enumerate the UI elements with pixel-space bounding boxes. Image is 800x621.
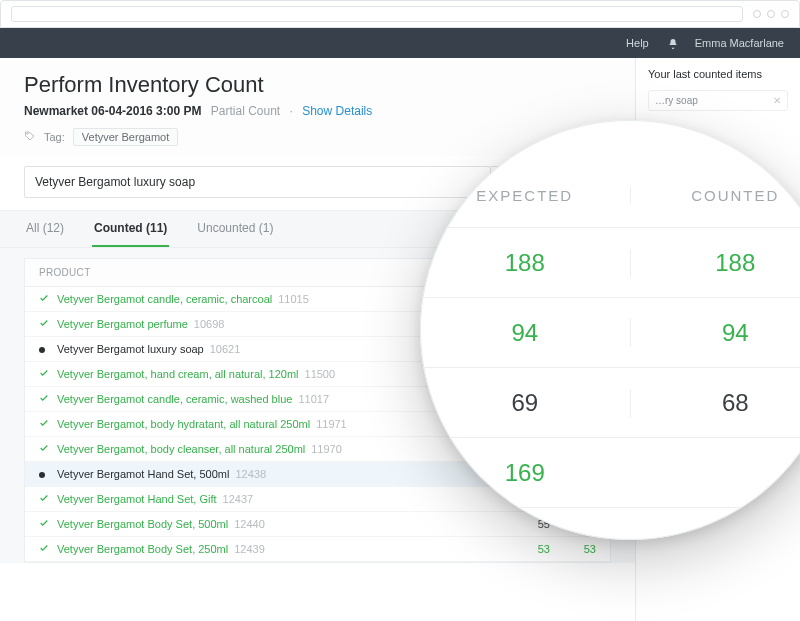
product-cell: Vetyver Bergamot Hand Set, Gift12437 <box>57 493 504 505</box>
recent-item[interactable]: …ry soap✕ <box>648 90 788 111</box>
mag-col-counted: COUNTED <box>630 187 801 204</box>
mag-row: 9494 <box>420 298 800 368</box>
check-icon <box>39 518 57 530</box>
url-bar[interactable] <box>11 6 743 22</box>
mag-expected: 69 <box>420 389 630 417</box>
product-cell: Vetyver Bergamot Body Set, 500ml12440 <box>57 518 504 530</box>
product-cell: Vetyver Bergamot Body Set, 250ml12439 <box>57 543 504 555</box>
count-type: Partial Count <box>211 104 280 118</box>
table-row[interactable]: Vetyver Bergamot Body Set, 250ml12439535… <box>25 537 610 562</box>
check-icon <box>39 368 57 380</box>
mag-row: 188188 <box>420 228 800 298</box>
tag-icon <box>24 130 36 144</box>
count-subtitle: Newmarket 06-04-2016 3:00 PM Partial Cou… <box>24 104 611 118</box>
check-icon <box>39 293 57 305</box>
mag-expected: 188 <box>420 249 630 277</box>
sidebar-title: Your last counted items <box>648 68 788 80</box>
window-dot <box>753 10 761 18</box>
show-details-link[interactable]: Show Details <box>302 104 372 118</box>
product-search-input[interactable] <box>24 166 491 198</box>
browser-chrome <box>0 0 800 28</box>
expected-cell: 53 <box>504 543 550 555</box>
check-icon <box>39 543 57 555</box>
tag-label: Tag: <box>44 131 65 143</box>
tag-chip[interactable]: Vetyver Bergamot <box>73 128 178 146</box>
check-icon <box>39 443 57 455</box>
product-cell: Vetyver Bergamot Hand Set, 500ml12438 <box>57 468 504 480</box>
recent-item-label: …ry soap <box>655 95 698 106</box>
mag-counted: 188 <box>630 249 801 277</box>
check-icon <box>39 393 57 405</box>
help-link[interactable]: Help <box>626 37 649 49</box>
app-bar: Help Emma Macfarlane <box>0 28 800 58</box>
svg-point-0 <box>27 133 28 134</box>
table-row[interactable]: Vetyver Bergamot Body Set, 500ml12440555… <box>25 512 610 537</box>
count-name: Newmarket 06-04-2016 3:00 PM <box>24 104 201 118</box>
bell-icon[interactable] <box>667 38 677 48</box>
user-menu[interactable]: Emma Macfarlane <box>695 37 784 49</box>
product-cell: Vetyver Bergamot, body cleanser, all nat… <box>57 443 504 455</box>
product-cell: Vetyver Bergamot, body hydratant, all na… <box>57 418 504 430</box>
mag-counted: 68 <box>630 389 801 417</box>
window-dot <box>781 10 789 18</box>
dot-icon <box>39 468 57 480</box>
mag-row: 6968 <box>420 368 800 438</box>
window-controls <box>753 10 789 18</box>
mag-counted: 94 <box>630 319 801 347</box>
tab-all[interactable]: All (12) <box>24 211 66 247</box>
window-dot <box>767 10 775 18</box>
check-icon <box>39 418 57 430</box>
tab-uncounted[interactable]: Uncounted (1) <box>195 211 275 247</box>
dot-icon <box>39 343 57 355</box>
page-title: Perform Inventory Count <box>24 72 611 98</box>
mag-expected: 94 <box>420 319 630 347</box>
check-icon <box>39 318 57 330</box>
check-icon <box>39 493 57 505</box>
tab-counted[interactable]: Counted (11) <box>92 211 169 247</box>
close-icon[interactable]: ✕ <box>773 95 781 106</box>
counted-cell: 53 <box>550 543 596 555</box>
